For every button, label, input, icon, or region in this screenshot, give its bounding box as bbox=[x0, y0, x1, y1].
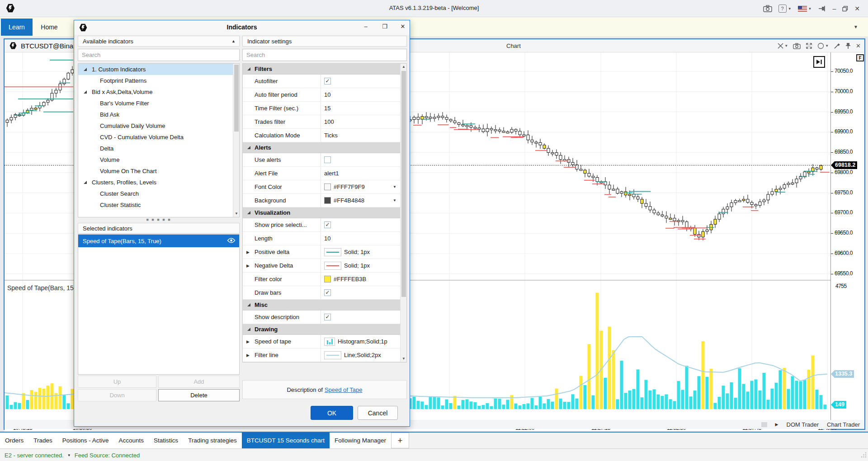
visibility-eye-icon[interactable] bbox=[227, 238, 236, 245]
fullscreen-icon[interactable] bbox=[806, 42, 812, 49]
setting-row[interactable]: Font Color#FFF7F9F9▼ bbox=[243, 180, 400, 194]
color-swatch[interactable] bbox=[324, 276, 331, 282]
screenshot-icon[interactable] bbox=[793, 43, 801, 49]
expanded-caret-icon[interactable] bbox=[84, 90, 87, 94]
setting-value[interactable]: ✓ bbox=[321, 218, 400, 231]
indicator-tree-item[interactable]: 1. Custom Indicators bbox=[78, 64, 239, 75]
ribbon-collapse-icon[interactable]: ▼ bbox=[854, 24, 858, 29]
up-button[interactable]: Up bbox=[78, 376, 156, 388]
tree-scrollbar[interactable]: ▼ bbox=[233, 64, 239, 217]
setting-row[interactable]: Alert Filealert1 bbox=[243, 167, 400, 180]
setting-value[interactable] bbox=[321, 153, 400, 166]
setting-row[interactable]: Use alerts bbox=[243, 153, 400, 167]
scrollbar-thumb[interactable] bbox=[234, 65, 239, 132]
setting-value[interactable]: 100 bbox=[321, 115, 400, 128]
expanded-caret-icon[interactable] bbox=[84, 181, 87, 184]
scrollbar-thumb[interactable] bbox=[761, 422, 767, 427]
go-to-realtime-button[interactable] bbox=[813, 56, 825, 68]
chevron-down-icon[interactable]: ▼ bbox=[393, 185, 396, 189]
indicator-tree-item[interactable]: Cluster Statistic bbox=[78, 199, 239, 211]
description-link[interactable]: Speed of Tape bbox=[325, 386, 363, 393]
setting-text-value[interactable]: alert1 bbox=[324, 170, 339, 177]
line-style-swatch[interactable] bbox=[324, 351, 341, 359]
color-swatch[interactable] bbox=[324, 197, 331, 204]
scrollbar-thumb[interactable] bbox=[401, 71, 406, 297]
setting-value[interactable]: 10 bbox=[321, 232, 400, 245]
indicator-tree-item[interactable]: Volume bbox=[78, 154, 239, 165]
checkbox[interactable]: ✓ bbox=[324, 221, 331, 228]
workspace-tab-accounts[interactable]: Accounts bbox=[114, 433, 149, 448]
indicator-tree-item[interactable]: Cluster Search bbox=[78, 188, 239, 199]
pin-icon[interactable] bbox=[845, 42, 851, 49]
histogram-style-swatch[interactable] bbox=[324, 338, 335, 346]
setting-value[interactable]: ✓ bbox=[321, 75, 400, 88]
scroll-up-icon[interactable]: ▲ bbox=[401, 64, 407, 70]
indicator-tree-item[interactable]: Bid x Ask,Delta,Volume bbox=[78, 86, 239, 98]
setting-row[interactable]: Trades filter100 bbox=[243, 115, 400, 129]
checkbox[interactable]: ✓ bbox=[324, 314, 331, 320]
workspace-tab-trading-strategies[interactable]: Trading strategies bbox=[183, 433, 242, 448]
workspace-tab-positions-active[interactable]: Positions - Active bbox=[57, 433, 114, 448]
line-style-swatch[interactable] bbox=[324, 262, 341, 270]
connection-dropdown-icon[interactable]: ▼ bbox=[67, 453, 71, 457]
settings-section-header[interactable]: Filters bbox=[243, 64, 400, 75]
setting-value[interactable]: Ticks bbox=[321, 129, 400, 142]
workspace-tab-statistics[interactable]: Statistics bbox=[149, 433, 183, 448]
setting-value[interactable]: #FFF7F9F9▼ bbox=[321, 180, 400, 193]
restore-icon[interactable] bbox=[842, 6, 848, 12]
minimize-icon[interactable]: – bbox=[832, 5, 836, 12]
maximize-icon[interactable]: ❒ bbox=[378, 23, 392, 32]
dialog-titlebar[interactable]: Indicators – ❒ ✕ bbox=[74, 20, 410, 35]
color-swatch[interactable] bbox=[324, 183, 331, 190]
resize-grip[interactable] bbox=[861, 452, 867, 460]
indicator-tree-item[interactable]: Clusters, Profiles, Levels bbox=[78, 177, 239, 188]
settings-section-header[interactable]: Alerts bbox=[243, 142, 400, 153]
indicator-tree-item[interactable]: CVD - Cumulative Volume Delta bbox=[78, 132, 239, 143]
add-tab-button[interactable]: + bbox=[391, 433, 409, 448]
ok-button[interactable]: OK bbox=[311, 406, 353, 420]
expanded-caret-icon[interactable] bbox=[84, 68, 87, 71]
screenshot-icon[interactable] bbox=[763, 5, 772, 12]
crosshair-mode-button[interactable]: ▼ bbox=[778, 43, 788, 49]
setting-text-value[interactable]: 15 bbox=[324, 105, 330, 112]
setting-row[interactable]: Autofilter✓ bbox=[243, 75, 400, 88]
expand-icon[interactable]: ▶ bbox=[246, 263, 250, 268]
setting-text-value[interactable]: 10 bbox=[324, 91, 330, 98]
workspace-tab-trades[interactable]: Trades bbox=[28, 433, 57, 448]
settings-section-header[interactable]: Visualization bbox=[243, 207, 400, 218]
cancel-button[interactable]: Cancel bbox=[358, 406, 398, 420]
setting-value[interactable]: ✓ bbox=[321, 286, 400, 299]
minimize-icon[interactable]: – bbox=[359, 23, 373, 32]
fix-scale-button[interactable]: F bbox=[856, 54, 864, 61]
setting-value[interactable]: Solid; 1px bbox=[321, 245, 400, 259]
settings-scrollbar[interactable]: ▲ ▼ bbox=[400, 64, 406, 362]
scroll-right-icon[interactable]: ▶ bbox=[775, 422, 778, 427]
add-button[interactable]: Add bbox=[158, 376, 240, 388]
language-selector[interactable]: ▼ bbox=[798, 6, 812, 12]
price-axis[interactable]: F 69818.2 4755 0 1335.3 149 70050.070000… bbox=[830, 52, 864, 420]
checkbox[interactable]: ✓ bbox=[324, 78, 331, 85]
available-search-input[interactable] bbox=[78, 49, 240, 61]
collapse-up-icon[interactable]: ▲ bbox=[231, 39, 236, 43]
setting-row[interactable]: Draw bars✓ bbox=[243, 286, 400, 300]
setting-value[interactable]: 15 bbox=[321, 102, 400, 115]
setting-row[interactable]: Background#FF4B4848▼ bbox=[243, 194, 400, 207]
setting-row[interactable]: ▶Filter lineLine;Solid;2px bbox=[243, 348, 400, 362]
chevron-down-icon[interactable]: ▼ bbox=[393, 198, 396, 202]
indicator-tree-item[interactable]: Delta bbox=[78, 143, 239, 154]
chart-style-button[interactable]: ▼ bbox=[817, 42, 829, 49]
setting-row[interactable]: Time Filter (sec.)15 bbox=[243, 102, 400, 115]
indicator-tree-item[interactable]: Volume On The Chart bbox=[78, 165, 239, 177]
indicator-tree-item[interactable]: Cumulative Daily Volume bbox=[78, 120, 239, 132]
scroll-down-icon[interactable]: ▼ bbox=[233, 211, 240, 217]
setting-value[interactable]: Solid; 1px bbox=[321, 259, 400, 272]
setting-value[interactable]: ✓ bbox=[321, 310, 400, 324]
setting-row[interactable]: Calculation ModeTicks bbox=[243, 129, 400, 142]
setting-row[interactable]: ▶Negative DeltaSolid; 1px bbox=[243, 259, 400, 273]
setting-value[interactable]: #FF4B4848▼ bbox=[321, 194, 400, 207]
setting-row[interactable]: ▶Speed of tapeHistogram;Solid;1p bbox=[243, 335, 400, 348]
ribbon-tab-learn[interactable]: Learn bbox=[1, 19, 33, 36]
close-icon[interactable]: ✕ bbox=[396, 23, 410, 32]
settings-section-header[interactable]: Drawing bbox=[243, 324, 400, 335]
workspace-tab-orders[interactable]: Orders bbox=[0, 433, 28, 448]
